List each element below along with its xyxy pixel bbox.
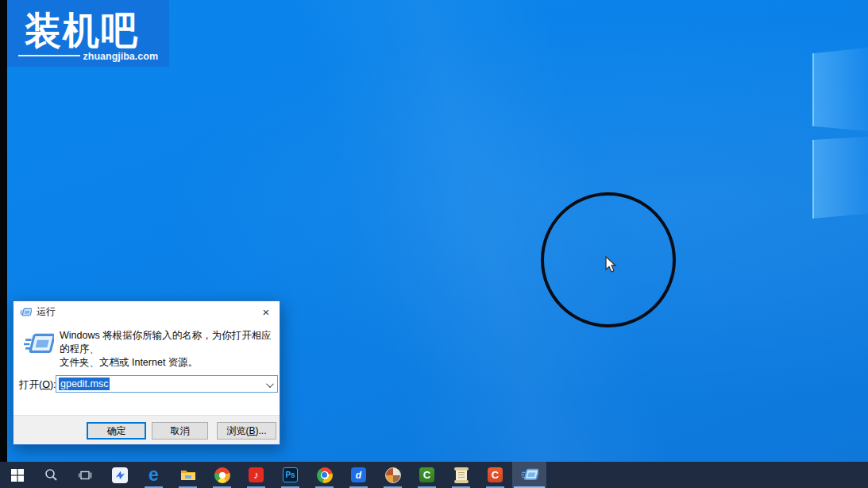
photoshop-icon: Ps	[283, 467, 298, 482]
run-window-icon	[521, 468, 538, 482]
run-command-combobox[interactable]: gpedit.msc	[56, 375, 278, 393]
run-dialog-input-row: 打开(O): gpedit.msc	[14, 368, 280, 416]
taskbar-app-blue-d[interactable]: d	[341, 462, 376, 488]
run-dialog-description: Windows 将根据你所输入的名称，为你打开相应的程序、 文件夹、文档或 In…	[60, 329, 273, 370]
search-icon	[44, 468, 58, 482]
taskbar-app-scroll[interactable]	[444, 462, 478, 488]
task-view-button[interactable]	[68, 462, 102, 488]
search-button[interactable]	[34, 462, 68, 488]
browse-label-suffix: )...	[256, 425, 267, 436]
taskbar-app-run-window[interactable]	[512, 462, 546, 488]
logo-divider	[18, 55, 80, 56]
chevron-down-icon[interactable]	[266, 380, 274, 388]
green-c-app-icon: C	[419, 467, 434, 482]
close-icon[interactable]: ×	[253, 301, 280, 323]
taskbar-app-green-c[interactable]: C	[410, 462, 444, 488]
wallpaper-windows-logo-pane-bottom	[812, 137, 868, 219]
taskbar-app-color-wheel[interactable]	[205, 462, 239, 488]
blue-d-app-icon: d	[351, 467, 366, 482]
ok-button[interactable]: 确定	[87, 422, 146, 440]
taskbar-app-netease-music[interactable]: ♪	[239, 462, 273, 488]
run-dialog-icon	[20, 308, 32, 317]
browse-label-prefix: 浏览(	[226, 424, 249, 438]
run-dialog-titlebar[interactable]: 运行 ×	[14, 301, 280, 323]
run-dialog-body: Windows 将根据你所输入的名称，为你打开相应的程序、 文件夹、文档或 In…	[14, 323, 280, 368]
edge-browser-icon: e	[149, 466, 159, 484]
taskbar-app-orange-c[interactable]: C	[478, 462, 512, 488]
open-label-prefix: 打开(	[19, 379, 42, 390]
blue-bird-app-icon	[112, 467, 128, 483]
run-dialog-button-row: 确定 取消 浏览(B)...	[14, 415, 280, 444]
logo-subtitle: zhuangjiba.com	[83, 51, 158, 62]
run-dialog: 运行 × Windows 将根据你所输入的名称，为你打开相应的程序、 文件夹、文…	[13, 300, 280, 445]
task-view-icon	[79, 469, 93, 482]
color-wheel-app-icon	[214, 467, 230, 483]
taskbar: e ♪ Ps d	[0, 462, 868, 488]
taskbar-app-photo-collage[interactable]	[376, 462, 410, 488]
open-label: 打开(O):	[19, 378, 56, 392]
taskbar-app-blue-bird[interactable]	[102, 462, 137, 488]
run-program-icon	[24, 332, 54, 356]
start-button[interactable]	[0, 462, 34, 488]
taskbar-app-edge[interactable]: e	[137, 462, 171, 488]
netease-music-icon: ♪	[249, 467, 264, 482]
run-dialog-title: 运行	[37, 305, 56, 319]
taskbar-app-file-explorer[interactable]	[171, 462, 205, 488]
logo-title: 装机吧	[25, 5, 139, 56]
run-command-input-value[interactable]: gpedit.msc	[59, 378, 110, 390]
taskbar-app-photoshop[interactable]: Ps	[273, 462, 307, 488]
orange-c-app-icon: C	[488, 467, 503, 482]
file-explorer-icon	[180, 468, 196, 482]
left-letterbox-bar	[0, 0, 7, 462]
chrome-browser-icon	[317, 467, 333, 483]
browse-label-accesskey: B	[249, 425, 255, 436]
windows-logo-icon	[11, 469, 24, 482]
open-label-accesskey: O	[42, 379, 50, 390]
zhuangjiba-logo: 装机吧 zhuangjiba.com	[7, 0, 169, 67]
cancel-button[interactable]: 取消	[152, 422, 208, 440]
wallpaper-windows-logo-pane-top	[812, 48, 868, 131]
mouse-cursor-icon	[605, 256, 618, 277]
scroll-app-icon	[456, 468, 467, 482]
taskbar-app-chrome[interactable]	[307, 462, 341, 488]
browse-button[interactable]: 浏览(B)...	[217, 422, 276, 440]
photo-collage-app-icon	[385, 467, 401, 483]
scroll-app-icon-lines	[458, 472, 465, 478]
description-line-1: Windows 将根据你所输入的名称，为你打开相应的程序、	[60, 329, 273, 356]
screen: 装机吧 zhuangjiba.com 运行 ×	[0, 0, 868, 488]
